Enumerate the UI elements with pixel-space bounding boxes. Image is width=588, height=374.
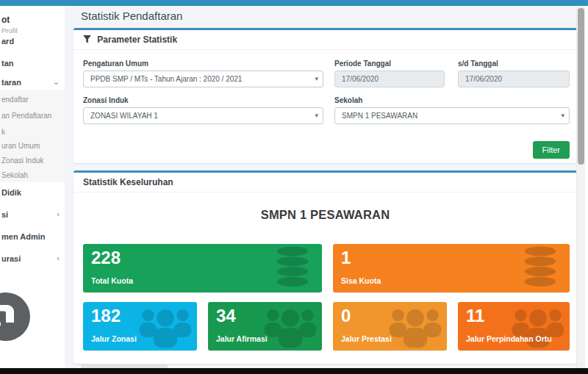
sidebar-item[interactable]: tan: [0, 59, 65, 68]
statistics-card-header: Statistik Keseluruhan: [74, 173, 577, 193]
zonasi-induk-select[interactable]: ZONASI WILAYAH 1 ▾: [83, 107, 323, 124]
zonasi-induk-label: Zonasi Induk: [83, 96, 323, 104]
chevron-left-icon: ‹: [57, 209, 60, 218]
statistics-card: Statistik Keseluruhan SMPN 1 PESAWARAN 2…: [74, 170, 577, 364]
sidebar-subitem[interactable]: k: [0, 128, 65, 136]
sidebar-subitem-pengaturan-umum[interactable]: uran Umum: [0, 142, 65, 150]
filter-funnel-icon: [83, 31, 91, 50]
school-title: SMPN 1 PESAWARAN: [74, 208, 577, 222]
stat-box-total-kuota: 228 Total Kuota: [83, 244, 322, 292]
sidebar-subitem-sekolah[interactable]: Sekolah: [0, 171, 65, 179]
scrollbar-thumb[interactable]: [578, 8, 584, 165]
stat-box-sisa-kuota: 1 Sisa Kuota: [333, 244, 570, 292]
sd-tanggal-label: s/d Tanggal: [458, 60, 570, 68]
stat-label: Jalur Afirmasi: [216, 334, 268, 343]
periode-tanggal-label: Periode Tanggal: [334, 60, 445, 68]
sidebar-item-dashboard[interactable]: ard: [0, 37, 65, 46]
users-group-icon: [510, 305, 566, 350]
main-content: Statistik Pendaftaran Parameter Statisti…: [65, 6, 585, 368]
filter-button[interactable]: Filter: [533, 141, 570, 159]
sidebar-profil-link[interactable]: Profil: [1, 26, 18, 35]
stat-value: 228: [91, 248, 121, 268]
sidebar-item-peserta-didik[interactable]: Didik: [0, 188, 65, 197]
sidebar-item-konfigurasi[interactable]: urasi ‹: [0, 254, 65, 263]
floating-share-button[interactable]: [0, 291, 32, 342]
share-tool-icon: [0, 291, 32, 342]
dropdown-caret-icon: ▾: [561, 108, 564, 123]
top-accent-bar: [0, 0, 588, 6]
stat-label: Jalur Prestasi: [341, 334, 392, 343]
filter-card-header: Parameter Statistik: [74, 30, 577, 50]
users-group-icon: [262, 305, 318, 350]
stat-value: 34: [216, 306, 236, 326]
sidebar-user-name: ot: [1, 15, 10, 25]
page-title: Statistik Pendaftaran: [81, 10, 182, 22]
stat-value: 182: [91, 306, 121, 326]
stat-label: Total Kuota: [91, 276, 133, 285]
chevron-down-icon: ⌄: [53, 77, 60, 87]
pengaturan-umum-label: Pengaturan Umum: [83, 60, 323, 68]
chevron-left-icon: ‹: [57, 253, 60, 262]
stat-box-jalur-afirmasi: 34 Jalur Afirmasi: [208, 302, 322, 350]
stat-box-jalur-zonasi: 182 Jalur Zonasi: [83, 302, 197, 350]
sidebar-item[interactable]: si ‹: [0, 210, 65, 219]
stat-value: 1: [341, 248, 351, 268]
sidebar-subitem-pendaftar[interactable]: endaftar: [0, 96, 65, 104]
sekolah-label: Sekolah: [334, 96, 570, 104]
stat-value: 11: [466, 306, 484, 326]
stat-box-jalur-prestasi: 0 Jalur Prestasi: [333, 302, 447, 350]
scrollbar-track[interactable]: [576, 6, 585, 368]
users-group-icon: [387, 305, 443, 350]
filter-parameters-card: Parameter Statistik Pengaturan Umum PPDB…: [74, 28, 577, 163]
database-icon: [521, 245, 559, 292]
database-icon: [273, 245, 312, 292]
sd-tanggal-input[interactable]: 17/06/2020: [458, 71, 570, 87]
users-group-icon: [137, 305, 193, 350]
periode-tanggal-input[interactable]: 17/06/2020: [334, 71, 445, 87]
dropdown-caret-icon: ▾: [315, 108, 318, 123]
stat-value: 0: [341, 306, 351, 326]
stat-box-jalur-perpindahan-ortu: 11 Jalur Perpindahan Ortu: [458, 302, 570, 350]
sidebar-subitem-pendaftaran[interactable]: an Pendaftaran: [0, 112, 65, 120]
sekolah-select[interactable]: SMPN 1 PESAWARAN ▾: [334, 107, 570, 124]
pengaturan-umum-select[interactable]: PPDB SMP / MTs - Tahun Ajaran : 2020 / 2…: [83, 71, 323, 87]
sidebar-item-manajemen-admin[interactable]: men Admin: [0, 232, 65, 241]
sidebar-subitem-zonasi-induk[interactable]: Zonasi Induk: [0, 157, 65, 165]
stat-label: Sisa Kuota: [341, 276, 381, 285]
sidebar-item-pendaftaran[interactable]: taran ⌄: [0, 78, 65, 87]
bottom-letterbox-bar: [0, 368, 588, 374]
stat-label: Jalur Perpindahan Ortu: [466, 334, 552, 343]
stat-label: Jalur Zonasi: [91, 334, 137, 343]
dropdown-caret-icon: ▾: [315, 71, 318, 87]
